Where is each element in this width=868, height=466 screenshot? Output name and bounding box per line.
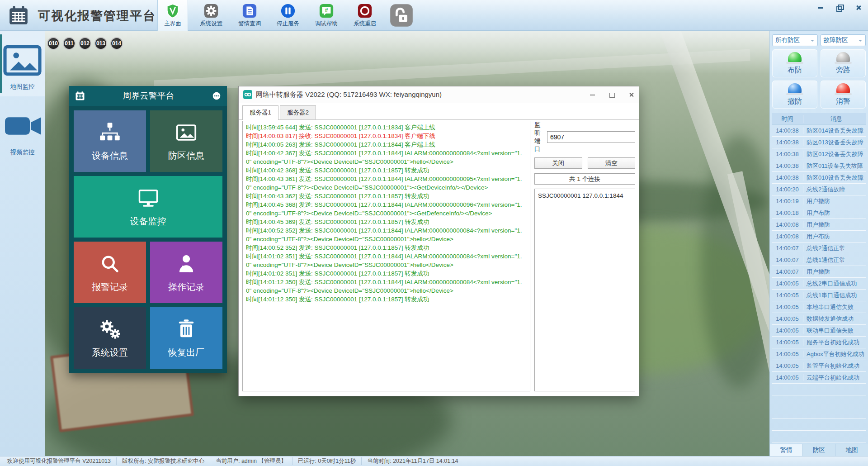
alarm-row[interactable]: 14:00:05本地串口通信失败 [772,301,866,313]
zone-action-bypass[interactable]: 旁路 [821,49,866,77]
chat-icon[interactable] [212,91,221,100]
alarm-row[interactable]: 14:00:19用户撤防 [772,195,866,207]
alarm-row-time: 14:00:20 [772,186,803,193]
launcher-tile-device-monitor[interactable]: 设备监控 [74,176,222,238]
close-server-button[interactable]: 关闭 [534,157,582,169]
connection-item[interactable]: SSJC00000001 127.0.0.1:1844 [538,191,632,200]
dialog-tab-server2[interactable]: 服务器2 [280,105,316,119]
siren-base [786,93,803,95]
alarm-row-time: 14:00:05 [772,304,803,310]
siren-base [786,62,803,64]
alarm-row[interactable]: 14:00:05监管平台初始化成功 [772,360,866,372]
unlock-button[interactable] [390,4,413,27]
log-line: 时间[14:00:42 367] 发送: SSJC00000001 [127.0… [246,149,527,166]
panel-tab-alerts[interactable]: 警情 [770,444,803,456]
zone-action-silence[interactable]: 消警 [821,81,866,109]
toolbar-item-label: 停止服务 [277,20,299,28]
relay-server-icon [243,90,252,99]
zone-filter-fault[interactable]: 故障防区 [821,34,866,46]
toolbar-items: 主界面系统设置警情查询停止服务#调试帮助系统重启 [157,0,388,31]
toolbar-item-system-restart[interactable]: 系统重启 [349,0,380,31]
map-marker-010[interactable]: 010 [47,37,60,50]
alarm-row[interactable]: 14:00:05总线1串口通信成功 [772,290,866,301]
alarm-row[interactable] [772,431,866,442]
toolbar-item-system-settings[interactable]: 系统设置 [196,0,226,31]
alarm-row[interactable]: 14:00:05数据转发通信成功 [772,313,866,325]
alarm-table[interactable]: 时间 消息 14:00:38防区014设备丢失故障14:00:38防区013设备… [772,113,866,444]
map-marker-014[interactable]: 014 [110,37,123,50]
alarm-row-message: 本地串口通信失败 [803,303,866,311]
alarm-row[interactable] [772,384,866,395]
map-marker-013[interactable]: 013 [94,37,107,50]
alarm-panel: 所有防区 故障防区 布防旁路撤防消警 时间 消息 14:00:38防区014设备… [769,31,868,456]
alarm-row[interactable]: 14:00:05联动串口通信失败 [772,325,866,337]
launcher-tile-factory-reset[interactable]: 恢复出厂 [150,307,222,369]
alarm-row-time: 14:00:05 [772,362,803,369]
alarm-row[interactable]: 14:00:08用户撤防 [772,219,866,231]
alarm-row[interactable]: 14:00:05服务平台初始化成功 [772,337,866,348]
toolbar-item-stop-service[interactable]: 停止服务 [273,0,303,31]
alarm-row[interactable]: 14:00:20总线2通信故障 [772,184,866,195]
map-marker-011[interactable]: 011 [63,37,75,50]
alarm-row[interactable]: 14:00:38防区010设备丢失故障 [772,172,866,184]
log-line: 时间[14:00:52 352] 发送: SSJC00000001 [127.0… [246,243,527,252]
alarm-row[interactable]: 14:00:05总线2串口通信成功 [772,278,866,290]
dialog-close-icon[interactable] [628,92,634,98]
panel-tab-zones[interactable]: 防区 [803,444,836,456]
zone-action-label: 消警 [836,97,850,106]
server-log[interactable]: 时间[13:59:45 644] 发送: SSJC00000001 [127.0… [242,121,530,391]
restore-icon[interactable] [836,5,843,11]
alarm-row[interactable]: 14:00:07总线2通信正常 [772,243,866,254]
app-title: 可视化报警管理平台 [38,8,156,24]
toolbar-item-main[interactable]: 主界面 [157,0,188,31]
launcher-panel: 周界云警平台 设备信息防区信息设备监控报警记录操作记录系统设置恢复出厂 [69,86,227,373]
alarm-row[interactable]: 14:00:08用户布防 [772,231,866,243]
launcher-tile-zone-info[interactable]: 防区信息 [150,110,222,172]
alarm-row[interactable]: 14:00:38防区011设备丢失故障 [772,160,866,172]
sidebar-item-map-monitor[interactable]: 地图监控 [0,31,45,96]
launcher-tile-system-settings[interactable]: 系统设置 [74,307,146,369]
alarm-row[interactable]: 14:00:05云端平台初始化成功 [772,372,866,384]
alarm-row-message: 总线2通信正常 [803,244,866,252]
siren-base [835,62,852,64]
dialog-titlebar[interactable]: 网络中转服务器 V2022 (QQ: 517216493 WX: feiyang… [239,86,639,103]
panel-tab-map[interactable]: 地图 [835,444,868,456]
alarm-row-message: 防区010设备丢失故障 [803,174,866,182]
alarm-panel-tabs: 警情防区地图 [770,444,868,456]
alarm-row-message: 总线1通信正常 [803,256,866,264]
alarm-row[interactable]: 14:00:07用户撤防 [772,266,866,278]
alarm-row[interactable] [772,407,866,419]
launcher-tile-alarm-records[interactable]: 报警记录 [74,242,146,303]
listen-port-input[interactable] [547,131,635,143]
toolbar-item-debug-help[interactable]: #调试帮助 [311,0,342,31]
minimize-icon[interactable] [817,5,824,11]
launcher-tile-operation-records[interactable]: 操作记录 [150,242,222,303]
zone-action-arm[interactable]: 布防 [772,49,817,77]
alarm-row[interactable]: 14:00:38防区012设备丢失故障 [772,148,866,160]
alarm-row[interactable] [772,395,866,407]
toolbar-item-alarm-query[interactable]: 警情查询 [234,0,265,31]
zone-filter-all-label: 所有防区 [775,36,800,44]
connection-list[interactable]: SSJC00000001 127.0.0.1:1844 [534,189,635,391]
close-icon[interactable] [855,5,862,11]
map-marker-012[interactable]: 012 [79,37,91,50]
alarm-row[interactable]: 14:00:38防区014设备丢失故障 [772,125,866,137]
alarm-row[interactable]: 14:00:05Agbox平台初始化成功 [772,348,866,360]
alarm-row[interactable]: 14:00:18用户布防 [772,207,866,219]
dialog-maximize-icon[interactable] [609,92,615,98]
zone-action-disarm[interactable]: 撤防 [772,81,817,109]
clear-log-button[interactable]: 清空 [588,157,636,169]
log-line: 时间[14:00:05 263] 发送: SSJC00000001 [127.0… [246,140,527,149]
sidebar-item-video-monitor[interactable]: 视频监控 [0,96,45,162]
alarm-row-message: 防区014设备丢失故障 [803,127,866,135]
alarm-row[interactable]: 14:00:07总线1通信正常 [772,254,866,266]
alarm-row[interactable]: 14:00:38防区013设备丢失故障 [772,137,866,148]
launcher-tile-device-info[interactable]: 设备信息 [74,110,146,172]
dialog-tab-server1[interactable]: 服务器1 [242,105,278,120]
window-controls [817,5,862,11]
alarm-row[interactable] [772,419,866,431]
dialog-minimize-icon[interactable] [590,92,595,98]
zone-filter-all[interactable]: 所有防区 [772,34,818,46]
launcher-header[interactable]: 周界云警平台 [69,86,227,106]
launcher-tile-label: 设备信息 [92,150,128,162]
